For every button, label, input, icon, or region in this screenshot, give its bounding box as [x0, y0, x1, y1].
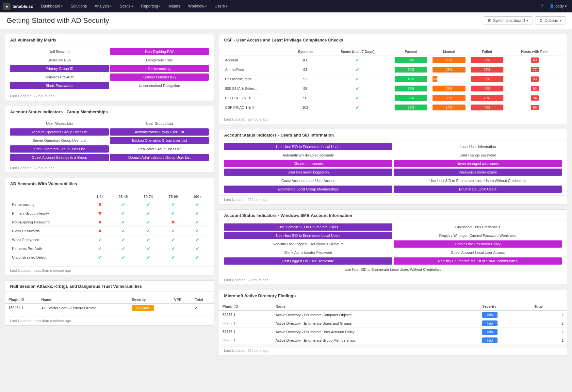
- chevron-down-icon: ▾: [205, 5, 207, 8]
- info-icon[interactable]: ℹ: [234, 321, 235, 325]
- vm-cell[interactable]: Unconstrained Delegation: [110, 82, 209, 89]
- sid-cell[interactable]: Use Host SID to Enumerate Local Users Wi…: [394, 177, 562, 184]
- logo[interactable]: ■ tenable.sc: [3, 3, 33, 10]
- severity-cell: Medium: [129, 303, 171, 312]
- col-name: Name: [272, 303, 479, 310]
- grp-cell[interactable]: Backup Operators Group User List: [110, 137, 209, 144]
- page-title: Getting Started with AD Security: [7, 16, 109, 25]
- nav-scans[interactable]: Scans ▾: [116, 0, 136, 12]
- grp-cell[interactable]: Server Operators Group User List: [10, 137, 109, 144]
- check-icon: ✔: [355, 86, 359, 91]
- csf-col-systems: Systems: [288, 48, 323, 56]
- csf-panel: CSF - User Access and Least Privilege Co…: [219, 34, 567, 124]
- sid-cell[interactable]: Use Host SID to Enumerate Local Users: [224, 143, 392, 150]
- plugin-id-cell: 150484 ℹ: [5, 303, 38, 312]
- options-button[interactable]: ⚙ Options ▾: [535, 16, 565, 25]
- smb-cell[interactable]: Use Domain SID to Enumerate Users: [224, 223, 392, 231]
- sid-cell[interactable]: Never changed passwords: [394, 160, 562, 167]
- smb-cell[interactable]: Use Host SID to Enumerate Local Users Wi…: [224, 266, 562, 273]
- check-icon: ✔: [195, 237, 199, 242]
- vm-cell[interactable]: Primary Group ID: [10, 65, 109, 72]
- vm-cell[interactable]: Unsecure DES: [10, 57, 109, 64]
- nav-dashboard[interactable]: Dashboard ▾: [38, 0, 66, 12]
- passed-bar: 54%: [395, 57, 427, 63]
- grp-cell[interactable]: Print Operators Group User List: [10, 145, 109, 153]
- chevron-down-icon: ▾: [560, 19, 561, 22]
- sid-cell[interactable]: Passwords never expire: [394, 169, 562, 176]
- user-menu[interactable]: 👤 cody ▾: [547, 3, 569, 9]
- csf-col-passed: Passed: [392, 48, 430, 56]
- smb-cell[interactable]: Registry Winlogon Cached Password Weakne…: [394, 232, 562, 239]
- csf-col-failed: Failed: [468, 48, 506, 56]
- header-actions: ⊞ Switch Dashboard ▾ ⚙ Options ▾: [484, 16, 565, 25]
- error-icon: ✖: [171, 220, 175, 225]
- sid-cell[interactable]: Enumerate Local Users: [394, 186, 562, 193]
- sid-cell[interactable]: Guest Account Local User Access: [224, 177, 392, 184]
- cell-val: ✔: [186, 200, 209, 209]
- null-session-footer: Last Updated: Less than a minute ago: [5, 317, 214, 325]
- group-memberships-footer: Last Updated: 22 hours ago: [5, 164, 214, 172]
- vm-cell[interactable]: Kerberos Pre-Auth: [10, 74, 109, 81]
- info-icon[interactable]: ℹ: [234, 313, 235, 317]
- grp-cell[interactable]: Account Operators Group User List: [10, 128, 109, 136]
- smb-cell[interactable]: Last Logged On User Disclosure: [224, 257, 392, 265]
- nav-assets[interactable]: Assets: [165, 0, 184, 12]
- vpr-cell: [171, 303, 191, 312]
- grp-cell[interactable]: User Aliases List: [10, 120, 109, 127]
- failed-bar: 25%: [471, 67, 503, 73]
- chevron-down-icon: ▾: [132, 5, 133, 8]
- sid-cell[interactable]: Cant change password: [394, 152, 562, 159]
- sid-cell[interactable]: Automatically disabled accounts: [224, 152, 392, 159]
- right-column: CSF - User Access and Least Privilege Co…: [219, 34, 567, 355]
- vm-cell[interactable]: Null Sessions: [10, 48, 109, 55]
- info-icon[interactable]: ℹ: [22, 306, 23, 310]
- vm-cell[interactable]: Kerberos Master Key: [110, 74, 209, 81]
- nav-reporting[interactable]: Reporting ▾: [138, 0, 164, 12]
- sid-cell[interactable]: User has never logged on: [224, 169, 392, 176]
- smb-cell[interactable]: Use Host SID to Enumerate Local Users: [224, 232, 392, 239]
- smb-cell[interactable]: Registry Enumerate the list of SNMP comm…: [394, 257, 562, 265]
- csf-row-name: 800-53 IA & Selec...: [222, 84, 288, 93]
- info-icon[interactable]: ℹ: [234, 330, 235, 334]
- nav-workflow[interactable]: Workflow ▾: [185, 0, 210, 12]
- vm-cell[interactable]: Dangerous Trust: [110, 57, 209, 64]
- nav-users[interactable]: Users ▾: [211, 0, 231, 12]
- smb-cell[interactable]: Guest Account Local User Access: [394, 249, 562, 256]
- plugin-id-cell: 69239 ℹ: [219, 319, 272, 328]
- check-icon: ✔: [355, 57, 359, 63]
- switch-dashboard-button[interactable]: ⊞ Switch Dashboard ▾: [484, 16, 532, 25]
- vm-cell[interactable]: Kerberoasting: [110, 65, 209, 72]
- sid-cell[interactable]: Disabled accounts: [224, 160, 392, 167]
- name-cell: AD Starter Scan - Kerberos Krbtgt: [38, 303, 129, 312]
- passed-bar: 38%: [395, 105, 427, 110]
- info-icon[interactable]: ℹ: [234, 338, 235, 342]
- nav-analysis[interactable]: Analysis ▾: [91, 0, 115, 12]
- check-icon: ✔: [355, 105, 359, 110]
- sid-cell[interactable]: Enumerate Local Group Memberships: [224, 186, 392, 193]
- page-header: Getting Started with AD Security ⊞ Switc…: [0, 12, 572, 29]
- main-content: AD Vulnerability Matrix Null Sessions No…: [0, 29, 572, 360]
- smb-cell[interactable]: Guessable User Credentials: [394, 223, 562, 231]
- check-icon: ✔: [195, 255, 199, 260]
- group-memberships-panel: Account Status Indicators - Group Member…: [5, 106, 214, 173]
- grp-cell[interactable]: Guest Account Belongs to a Group: [10, 154, 109, 161]
- left-column: AD Vulnerability Matrix Null Sessions No…: [5, 34, 214, 355]
- vm-cell[interactable]: Blank Passwords: [10, 82, 109, 89]
- grp-cell[interactable]: Administrators Group User List: [110, 128, 209, 136]
- nav-solutions[interactable]: Solutions: [67, 0, 90, 12]
- col-plugin-id: Plugin ID: [5, 296, 38, 303]
- grp-cell[interactable]: Domain Administrators Group User List: [110, 154, 209, 161]
- smb-cell[interactable]: Obtains the Password Policy: [394, 240, 562, 248]
- check-icon: ✔: [355, 67, 359, 72]
- chevron-down-icon: ▾: [226, 5, 227, 8]
- help-icon[interactable]: ?: [539, 3, 545, 9]
- grp-cell[interactable]: Replicator Group User List: [110, 145, 209, 153]
- chevron-down-icon: ▾: [159, 5, 161, 8]
- check-icon: ✔: [171, 202, 175, 207]
- sid-cell[interactable]: Local User Information: [394, 143, 562, 150]
- smb-cell[interactable]: Registry Last Logged User Name Disclosur…: [224, 240, 392, 248]
- grp-cell[interactable]: User Groups List: [110, 120, 209, 127]
- smb-cell[interactable]: Blank Administrator Password: [224, 249, 392, 256]
- info-badge: Info: [482, 320, 497, 326]
- vm-cell[interactable]: Non-Expiring P/W: [110, 48, 209, 55]
